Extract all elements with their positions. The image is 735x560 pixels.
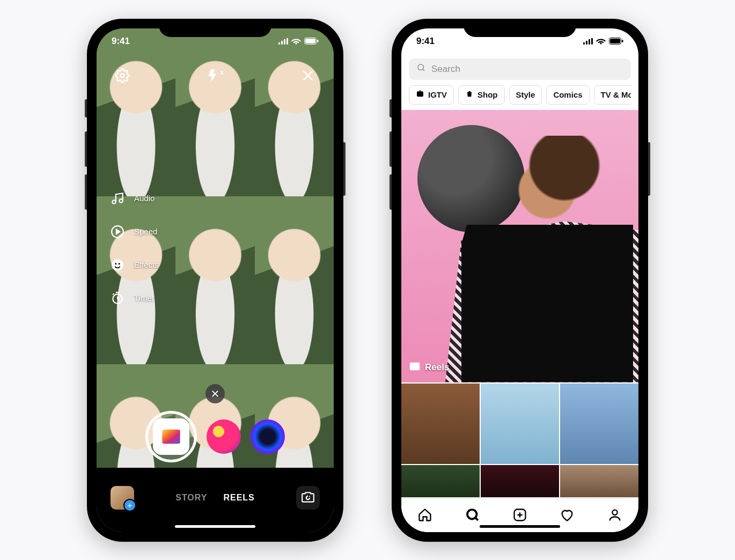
shop-icon bbox=[465, 90, 474, 100]
chip-style[interactable]: Style bbox=[509, 85, 542, 105]
mode-reels[interactable]: REELS bbox=[223, 493, 254, 503]
svg-point-7 bbox=[112, 259, 123, 271]
search-icon bbox=[416, 63, 426, 75]
svg-rect-12 bbox=[610, 39, 620, 43]
camera-tool-rail: Audio Speed Effects Timer bbox=[108, 189, 159, 307]
cell-signal-icon bbox=[278, 38, 288, 45]
explore-feed[interactable]: Reels bbox=[401, 109, 638, 498]
status-bar: 9:41 bbox=[97, 28, 334, 54]
timer-tool[interactable]: Timer bbox=[108, 289, 159, 307]
reels-badge-label: Reels bbox=[425, 362, 449, 373]
explore-hero-tile[interactable]: Reels bbox=[401, 109, 638, 382]
svg-point-14 bbox=[418, 64, 424, 70]
chip-igtv[interactable]: IGTV bbox=[409, 85, 454, 105]
close-button[interactable] bbox=[297, 65, 319, 86]
chip-label: Shop bbox=[477, 90, 498, 99]
effect-preset-2[interactable] bbox=[251, 419, 285, 454]
cell-signal-icon bbox=[583, 38, 593, 45]
mode-story[interactable]: STORY bbox=[175, 493, 207, 503]
timer-tool-label: Timer bbox=[134, 293, 155, 303]
wifi-icon bbox=[291, 38, 301, 45]
svg-point-4 bbox=[112, 200, 116, 204]
explore-row-2 bbox=[401, 465, 638, 497]
phone-reels-camera: 9:41 x bbox=[87, 19, 343, 542]
explore-tile[interactable] bbox=[481, 465, 559, 497]
home-indicator bbox=[480, 525, 560, 528]
tab-create[interactable] bbox=[508, 503, 532, 527]
status-time: 9:41 bbox=[416, 36, 435, 47]
tab-activity[interactable] bbox=[555, 503, 579, 527]
effects-tool[interactable]: Effects bbox=[108, 256, 159, 274]
chip-shop[interactable]: Shop bbox=[458, 85, 505, 105]
camera-bottom-bar: STORY REELS bbox=[97, 473, 334, 522]
music-icon bbox=[108, 189, 127, 208]
svg-point-8 bbox=[115, 263, 116, 264]
svg-point-3 bbox=[121, 73, 124, 77]
svg-rect-2 bbox=[317, 40, 319, 42]
svg-point-5 bbox=[119, 199, 123, 203]
flash-button[interactable]: x bbox=[204, 65, 226, 86]
tab-search[interactable] bbox=[461, 503, 484, 527]
explore-tile[interactable] bbox=[401, 465, 480, 497]
gallery-button[interactable] bbox=[111, 486, 134, 510]
chip-tvmovies[interactable]: TV & Movies bbox=[594, 85, 631, 105]
screen-explore: 9:41 Search bbox=[401, 28, 638, 532]
effects-tool-label: Effects bbox=[134, 260, 159, 269]
svg-point-15 bbox=[467, 510, 477, 519]
audio-tool-label: Audio bbox=[134, 194, 155, 203]
explore-row-1 bbox=[401, 384, 638, 464]
svg-point-17 bbox=[612, 510, 617, 515]
svg-rect-13 bbox=[622, 40, 623, 42]
explore-tile[interactable] bbox=[401, 384, 480, 464]
svg-point-9 bbox=[119, 263, 120, 264]
battery-icon bbox=[609, 38, 623, 45]
chip-label: Style bbox=[516, 90, 535, 99]
phone-explore: 9:41 Search bbox=[392, 19, 648, 542]
settings-button[interactable] bbox=[112, 65, 133, 86]
status-bar: 9:41 bbox=[401, 28, 638, 54]
speed-tool-label: Speed bbox=[134, 227, 157, 236]
tab-home[interactable] bbox=[413, 503, 437, 527]
chip-label: Comics bbox=[553, 90, 582, 99]
timer-icon bbox=[108, 289, 127, 307]
camera-mode-tabs: STORY REELS bbox=[175, 493, 255, 503]
capture-button[interactable] bbox=[145, 411, 197, 462]
effects-icon bbox=[108, 256, 127, 274]
reels-badge: Reels bbox=[409, 360, 449, 375]
camera-top-bar: x bbox=[97, 65, 334, 86]
reels-icon bbox=[153, 418, 189, 455]
effect-preset-1[interactable] bbox=[207, 419, 241, 454]
home-indicator bbox=[175, 525, 255, 528]
audio-tool[interactable]: Audio bbox=[108, 189, 159, 208]
chip-label: IGTV bbox=[428, 90, 447, 99]
speed-tool[interactable]: Speed bbox=[108, 223, 159, 241]
explore-tile[interactable] bbox=[560, 384, 638, 464]
search-placeholder: Search bbox=[431, 64, 460, 75]
chip-comics[interactable]: Comics bbox=[546, 85, 589, 105]
topic-chips: IGTV Shop Style Comics TV & Movies bbox=[409, 85, 631, 110]
flip-camera-button[interactable] bbox=[296, 486, 320, 510]
igtv-icon bbox=[416, 90, 424, 100]
speed-icon bbox=[108, 223, 127, 241]
explore-header: Search IGTV Shop Style bbox=[401, 54, 638, 110]
battery-icon bbox=[304, 38, 319, 45]
status-time: 9:41 bbox=[112, 36, 130, 47]
search-input[interactable]: Search bbox=[409, 58, 631, 80]
tab-profile[interactable] bbox=[603, 503, 627, 527]
explore-tile[interactable] bbox=[560, 465, 638, 497]
reels-icon bbox=[409, 360, 421, 375]
chip-label: TV & Movies bbox=[601, 90, 631, 99]
explore-tile[interactable] bbox=[481, 384, 559, 464]
wifi-icon bbox=[596, 38, 606, 45]
svg-rect-1 bbox=[305, 39, 315, 43]
capture-row bbox=[97, 411, 334, 462]
screen-camera: 9:41 x bbox=[97, 28, 334, 532]
hero-person bbox=[461, 136, 633, 382]
clear-effect-button[interactable] bbox=[205, 384, 225, 403]
